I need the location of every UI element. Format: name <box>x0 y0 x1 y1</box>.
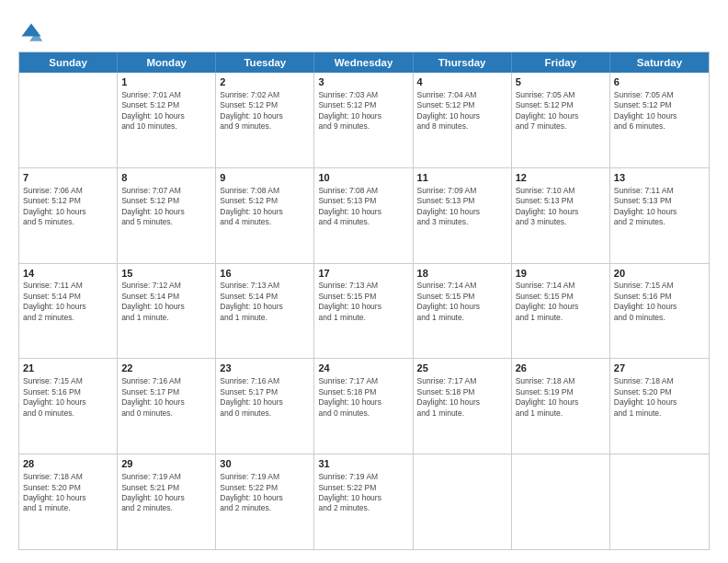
day-info: Sunrise: 7:15 AM Sunset: 5:16 PM Dayligh… <box>614 281 705 323</box>
day-number: 23 <box>220 362 310 375</box>
calendar-cell <box>512 454 610 549</box>
calendar: SundayMondayTuesdayWednesdayThursdayFrid… <box>18 52 710 550</box>
calendar-cell: 15Sunrise: 7:12 AM Sunset: 5:14 PM Dayli… <box>118 264 216 359</box>
day-number: 31 <box>318 457 408 471</box>
day-info: Sunrise: 7:16 AM Sunset: 5:17 PM Dayligh… <box>121 376 211 419</box>
calendar-cell: 1Sunrise: 7:01 AM Sunset: 5:12 PM Daylig… <box>118 73 216 167</box>
day-number: 17 <box>318 267 408 281</box>
calendar-cell: 25Sunrise: 7:17 AM Sunset: 5:18 PM Dayli… <box>414 359 512 454</box>
day-info: Sunrise: 7:07 AM Sunset: 5:12 PM Dayligh… <box>121 186 211 228</box>
day-number: 1 <box>121 75 211 89</box>
calendar-cell <box>19 73 118 167</box>
day-info: Sunrise: 7:18 AM Sunset: 5:20 PM Dayligh… <box>614 376 705 419</box>
day-info: Sunrise: 7:13 AM Sunset: 5:14 PM Dayligh… <box>220 281 310 323</box>
header-day: Monday <box>118 52 216 73</box>
calendar-cell: 19Sunrise: 7:14 AM Sunset: 5:15 PM Dayli… <box>512 264 610 359</box>
logo <box>18 20 48 46</box>
day-info: Sunrise: 7:19 AM Sunset: 5:21 PM Dayligh… <box>121 472 211 514</box>
day-number: 8 <box>121 171 211 185</box>
header <box>18 17 710 46</box>
calendar-cell: 6Sunrise: 7:05 AM Sunset: 5:12 PM Daylig… <box>610 73 709 167</box>
logo-icon <box>18 20 44 46</box>
day-number: 22 <box>121 362 211 375</box>
calendar-cell: 5Sunrise: 7:05 AM Sunset: 5:12 PM Daylig… <box>512 73 610 167</box>
calendar-cell: 26Sunrise: 7:18 AM Sunset: 5:19 PM Dayli… <box>512 359 610 454</box>
day-number: 4 <box>417 75 507 89</box>
day-number: 26 <box>516 362 606 375</box>
day-number: 25 <box>417 362 507 375</box>
calendar-cell: 27Sunrise: 7:18 AM Sunset: 5:20 PM Dayli… <box>610 359 709 454</box>
day-info: Sunrise: 7:19 AM Sunset: 5:22 PM Dayligh… <box>220 472 310 514</box>
calendar-cell: 10Sunrise: 7:08 AM Sunset: 5:13 PM Dayli… <box>314 168 413 263</box>
day-number: 6 <box>614 75 705 89</box>
day-number: 20 <box>614 267 705 281</box>
day-number: 24 <box>318 362 408 375</box>
day-info: Sunrise: 7:08 AM Sunset: 5:12 PM Dayligh… <box>220 186 310 228</box>
day-info: Sunrise: 7:18 AM Sunset: 5:19 PM Dayligh… <box>516 376 606 419</box>
calendar-week-row: 21Sunrise: 7:15 AM Sunset: 5:16 PM Dayli… <box>19 359 709 454</box>
calendar-cell: 3Sunrise: 7:03 AM Sunset: 5:12 PM Daylig… <box>314 73 413 167</box>
day-info: Sunrise: 7:12 AM Sunset: 5:14 PM Dayligh… <box>121 281 211 323</box>
calendar-cell: 24Sunrise: 7:17 AM Sunset: 5:18 PM Dayli… <box>314 359 413 454</box>
calendar-week-row: 14Sunrise: 7:11 AM Sunset: 5:14 PM Dayli… <box>19 264 709 360</box>
header-day: Wednesday <box>314 52 413 73</box>
calendar-cell: 11Sunrise: 7:09 AM Sunset: 5:13 PM Dayli… <box>414 168 512 263</box>
day-info: Sunrise: 7:04 AM Sunset: 5:12 PM Dayligh… <box>417 90 507 132</box>
day-number: 7 <box>23 171 113 185</box>
calendar-week-row: 28Sunrise: 7:18 AM Sunset: 5:20 PM Dayli… <box>19 454 709 549</box>
day-info: Sunrise: 7:17 AM Sunset: 5:18 PM Dayligh… <box>417 376 507 419</box>
day-number: 15 <box>121 267 211 281</box>
calendar-cell: 12Sunrise: 7:10 AM Sunset: 5:13 PM Dayli… <box>512 168 610 263</box>
day-info: Sunrise: 7:09 AM Sunset: 5:13 PM Dayligh… <box>417 186 507 228</box>
day-info: Sunrise: 7:16 AM Sunset: 5:17 PM Dayligh… <box>220 376 310 419</box>
calendar-week-row: 1Sunrise: 7:01 AM Sunset: 5:12 PM Daylig… <box>19 73 709 168</box>
header-day: Saturday <box>610 52 709 73</box>
header-day: Friday <box>512 52 610 73</box>
calendar-cell: 16Sunrise: 7:13 AM Sunset: 5:14 PM Dayli… <box>216 264 314 359</box>
calendar-cell: 9Sunrise: 7:08 AM Sunset: 5:12 PM Daylig… <box>216 168 314 263</box>
page: SundayMondayTuesdayWednesdayThursdayFrid… <box>0 0 728 563</box>
day-number: 29 <box>121 457 211 471</box>
calendar-cell <box>610 454 709 549</box>
calendar-cell: 23Sunrise: 7:16 AM Sunset: 5:17 PM Dayli… <box>216 359 314 454</box>
calendar-cell: 29Sunrise: 7:19 AM Sunset: 5:21 PM Dayli… <box>118 454 216 549</box>
day-info: Sunrise: 7:10 AM Sunset: 5:13 PM Dayligh… <box>516 186 606 228</box>
calendar-cell: 20Sunrise: 7:15 AM Sunset: 5:16 PM Dayli… <box>610 264 709 359</box>
calendar-cell: 2Sunrise: 7:02 AM Sunset: 5:12 PM Daylig… <box>216 73 314 167</box>
calendar-cell: 17Sunrise: 7:13 AM Sunset: 5:15 PM Dayli… <box>314 264 413 359</box>
day-number: 19 <box>516 267 606 281</box>
day-info: Sunrise: 7:06 AM Sunset: 5:12 PM Dayligh… <box>23 186 113 228</box>
day-number: 11 <box>417 171 507 185</box>
day-info: Sunrise: 7:14 AM Sunset: 5:15 PM Dayligh… <box>417 281 507 323</box>
header-day: Thursday <box>414 52 512 73</box>
day-number: 21 <box>23 362 113 375</box>
day-info: Sunrise: 7:11 AM Sunset: 5:14 PM Dayligh… <box>23 281 113 323</box>
day-number: 27 <box>614 362 705 375</box>
day-info: Sunrise: 7:19 AM Sunset: 5:22 PM Dayligh… <box>318 472 408 514</box>
day-number: 18 <box>417 267 507 281</box>
calendar-cell: 7Sunrise: 7:06 AM Sunset: 5:12 PM Daylig… <box>19 168 118 263</box>
day-number: 28 <box>23 457 113 471</box>
day-number: 12 <box>516 171 606 185</box>
day-info: Sunrise: 7:05 AM Sunset: 5:12 PM Dayligh… <box>516 90 606 132</box>
calendar-cell: 18Sunrise: 7:14 AM Sunset: 5:15 PM Dayli… <box>414 264 512 359</box>
calendar-cell <box>414 454 512 549</box>
day-info: Sunrise: 7:17 AM Sunset: 5:18 PM Dayligh… <box>318 376 408 419</box>
day-number: 10 <box>318 171 408 185</box>
day-info: Sunrise: 7:13 AM Sunset: 5:15 PM Dayligh… <box>318 281 408 323</box>
day-number: 3 <box>318 75 408 89</box>
day-info: Sunrise: 7:03 AM Sunset: 5:12 PM Dayligh… <box>318 90 408 132</box>
calendar-cell: 21Sunrise: 7:15 AM Sunset: 5:16 PM Dayli… <box>19 359 118 454</box>
calendar-cell: 31Sunrise: 7:19 AM Sunset: 5:22 PM Dayli… <box>314 454 413 549</box>
header-day: Tuesday <box>216 52 314 73</box>
day-info: Sunrise: 7:15 AM Sunset: 5:16 PM Dayligh… <box>23 376 113 419</box>
day-number: 2 <box>220 75 310 89</box>
calendar-cell: 28Sunrise: 7:18 AM Sunset: 5:20 PM Dayli… <box>19 454 118 549</box>
day-number: 13 <box>614 171 705 185</box>
calendar-cell: 22Sunrise: 7:16 AM Sunset: 5:17 PM Dayli… <box>118 359 216 454</box>
calendar-cell: 30Sunrise: 7:19 AM Sunset: 5:22 PM Dayli… <box>216 454 314 549</box>
day-info: Sunrise: 7:11 AM Sunset: 5:13 PM Dayligh… <box>614 186 705 228</box>
day-info: Sunrise: 7:14 AM Sunset: 5:15 PM Dayligh… <box>516 281 606 323</box>
day-number: 14 <box>23 267 113 281</box>
day-number: 9 <box>220 171 310 185</box>
